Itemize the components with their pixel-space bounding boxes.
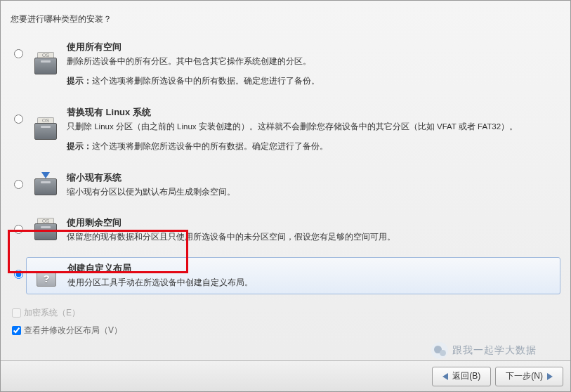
- option-text-col: 替换现有 Linux 系统只删除 Linux 分区（由之前的 Linux 安装创…: [63, 106, 558, 153]
- option-icon-col: OS: [29, 171, 63, 198]
- review-checkbox-input[interactable]: [12, 326, 21, 335]
- hint-label: 提示：: [67, 77, 92, 85]
- os-disk-icon: OS: [33, 117, 58, 143]
- radio-col: [11, 257, 26, 279]
- option-title: 使用剩余空间: [67, 216, 558, 229]
- option-use-all[interactable]: OS使用所有空间删除所选设备中的所有分区。其中包含其它操作系统创建的分区。提示：…: [11, 32, 560, 98]
- radio-replace-linux[interactable]: [14, 115, 23, 124]
- extra-options: 加密系统（E） 查看并修改分区布局（V）: [12, 307, 122, 342]
- option-text-col: 使用剩余空间保留您的现有数据和分区且只使用所选设备中的未分区空间，假设您有足够的…: [63, 216, 558, 243]
- question-mark-icon: ?: [37, 271, 56, 287]
- option-icon-col: OS: [29, 51, 63, 77]
- option-icon-col: OS: [29, 116, 63, 143]
- install-type-prompt: 您要进行哪种类型的安装？: [11, 13, 560, 25]
- arrow-right-icon: [547, 373, 553, 380]
- radio-custom[interactable]: [14, 270, 23, 279]
- install-options-group: OS使用所有空间删除所选设备中的所有分区。其中包含其它操作系统创建的分区。提示：…: [11, 32, 560, 300]
- option-title: 替换现有 Linux 系统: [67, 106, 558, 119]
- arrow-left-icon: [442, 373, 448, 380]
- option-shrink[interactable]: OS缩小现有系统缩小现有分区以便为默认布局生成剩余空间。: [11, 163, 560, 208]
- drive-slot-icon: [41, 226, 51, 228]
- option-body: OS替换现有 Linux 系统只删除 Linux 分区（由之前的 Linux 安…: [26, 102, 560, 157]
- content-area: 您要进行哪种类型的安装？ OS使用所有空间删除所选设备中的所有分区。其中包含其它…: [1, 1, 570, 300]
- radio-use-free[interactable]: [14, 225, 23, 234]
- shrink-arrow-icon: [41, 172, 50, 178]
- shrink-disk-icon: OS: [33, 173, 58, 198]
- review-layout-checkbox[interactable]: 查看并修改分区布局（V）: [12, 325, 122, 337]
- option-body: ?创建自定义布局使用分区工具手动在所选设备中创建自定义布局。: [26, 257, 560, 294]
- option-title: 创建自定义布局: [67, 262, 557, 275]
- option-title: 缩小现有系统: [67, 171, 558, 184]
- radio-col: [11, 167, 26, 189]
- installer-window: 您要进行哪种类型的安装？ OS使用所有空间删除所选设备中的所有分区。其中包含其它…: [0, 0, 571, 392]
- option-desc: 删除所选设备中的所有分区。其中包含其它操作系统创建的分区。: [67, 55, 558, 67]
- back-button-label: 返回(B): [452, 370, 480, 382]
- option-desc: 只删除 Linux 分区（由之前的 Linux 安装创建的）。这样就不会删除您存…: [67, 120, 558, 133]
- option-title: 使用所有空间: [67, 41, 558, 53]
- radio-shrink[interactable]: [14, 180, 23, 189]
- os-disk-icon: OS: [33, 218, 58, 243]
- radio-use-all[interactable]: [14, 49, 23, 58]
- watermark-text: 跟我一起学大数据: [452, 344, 537, 357]
- option-custom[interactable]: ?创建自定义布局使用分区工具手动在所选设备中创建自定义布局。: [11, 253, 560, 299]
- next-button-label: 下一步(N): [506, 370, 543, 382]
- wechat-icon: [431, 342, 448, 359]
- option-icon-col: OS: [29, 216, 63, 243]
- option-text-col: 使用所有空间删除所选设备中的所有分区。其中包含其它操作系统创建的分区。提示：这个…: [63, 41, 558, 88]
- radio-col: [11, 102, 26, 124]
- option-replace-linux[interactable]: OS替换现有 Linux 系统只删除 Linux 分区（由之前的 Linux 安…: [11, 98, 560, 163]
- footer-bar: 返回(B) 下一步(N): [1, 360, 570, 391]
- encrypt-checkbox-input: [12, 308, 21, 318]
- drive-slot-icon: [41, 126, 51, 128]
- back-button[interactable]: 返回(B): [432, 367, 491, 386]
- next-button[interactable]: 下一步(N): [495, 367, 563, 386]
- radio-col: [11, 212, 26, 234]
- question-disk-icon: ?: [34, 264, 59, 289]
- hint-text: 这个选项将删除所选设备中的所有数据。确定您进行了备份。: [92, 77, 320, 85]
- encrypt-label: 加密系统（E）: [24, 307, 80, 319]
- option-icon-col: ?: [29, 263, 63, 289]
- option-body: OS使用所有空间删除所选设备中的所有分区。其中包含其它操作系统创建的分区。提示：…: [26, 37, 560, 92]
- review-label: 查看并修改分区布局（V）: [24, 325, 122, 337]
- option-desc: 使用分区工具手动在所选设备中创建自定义布局。: [67, 276, 557, 289]
- os-disk-icon: OS: [33, 52, 58, 77]
- option-desc: 缩小现有分区以便为默认布局生成剩余空间。: [67, 185, 558, 198]
- option-text-col: 创建自定义布局使用分区工具手动在所选设备中创建自定义布局。: [63, 262, 557, 289]
- drive-slot-icon: [41, 181, 51, 183]
- drive-slot-icon: [41, 60, 51, 63]
- hint-label: 提示：: [67, 142, 92, 150]
- option-desc: 保留您的现有数据和分区且只使用所选设备中的未分区空间，假设您有足够的空间可用。: [67, 230, 558, 243]
- option-body: OS缩小现有系统缩小现有分区以便为默认布局生成剩余空间。: [26, 167, 560, 202]
- option-hint: 提示：这个选项将删除您所选设备中的所有数据。确定您进行了备份。: [67, 140, 558, 152]
- option-body: OS使用剩余空间保留您的现有数据和分区且只使用所选设备中的未分区空间，假设您有足…: [26, 212, 560, 247]
- option-hint: 提示：这个选项将删除所选设备中的所有数据。确定您进行了备份。: [67, 74, 558, 87]
- radio-col: [11, 37, 26, 58]
- option-text-col: 缩小现有系统缩小现有分区以便为默认布局生成剩余空间。: [63, 171, 558, 198]
- hint-text: 这个选项将删除您所选设备中的所有数据。确定您进行了备份。: [92, 142, 328, 150]
- option-use-free[interactable]: OS使用剩余空间保留您的现有数据和分区且只使用所选设备中的未分区空间，假设您有足…: [11, 208, 560, 253]
- encrypt-system-checkbox: 加密系统（E）: [12, 307, 122, 319]
- watermark: 跟我一起学大数据: [431, 342, 537, 359]
